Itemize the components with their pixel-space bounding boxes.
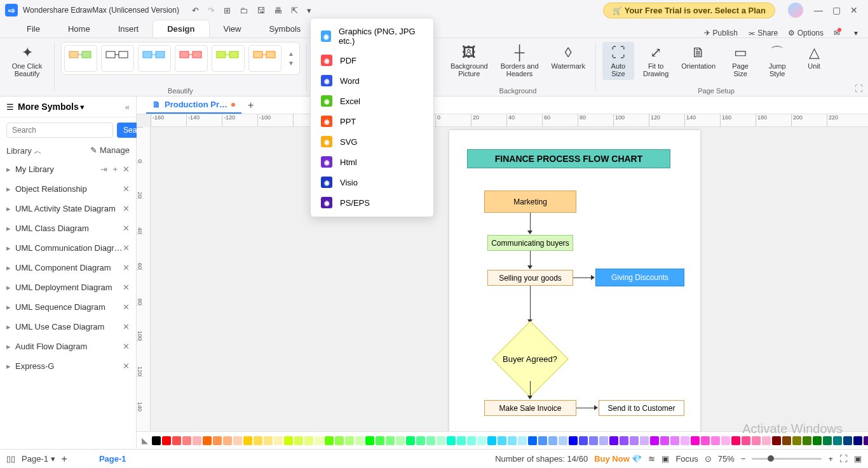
print-icon[interactable]: 🖶	[274, 6, 282, 15]
page-tab[interactable]: Page-1	[99, 454, 126, 464]
color-swatch[interactable]	[772, 436, 781, 445]
color-swatch[interactable]	[355, 436, 364, 445]
color-swatch[interactable]	[528, 436, 537, 445]
theme-thumb[interactable]	[101, 45, 134, 72]
node-invoice[interactable]: Make Sale Invoice	[484, 400, 576, 416]
tab-insert[interactable]: Insert	[104, 20, 153, 37]
library-item[interactable]: ▸UML Communication Diagr…✕	[0, 238, 136, 258]
close-icon[interactable]: ✕	[123, 204, 130, 213]
color-swatch[interactable]	[416, 436, 425, 445]
color-swatch[interactable]	[599, 436, 608, 445]
color-swatch[interactable]	[233, 436, 242, 445]
background-picture-button[interactable]: 🖼Background Picture	[447, 42, 492, 80]
color-swatch[interactable]	[609, 436, 618, 445]
color-swatch[interactable]	[406, 436, 415, 445]
library-item[interactable]: ▸UML Deployment Diagram✕	[0, 277, 136, 297]
buy-now-link[interactable]: Buy Now 💎	[594, 454, 642, 464]
color-swatch[interactable]	[284, 436, 293, 445]
color-swatch[interactable]	[721, 436, 730, 445]
outline-icon[interactable]: ▯▯	[6, 454, 15, 464]
color-swatch[interactable]	[630, 436, 639, 445]
close-icon[interactable]: ✕	[123, 263, 130, 272]
color-swatch[interactable]	[518, 436, 527, 445]
node-decision[interactable]: Buyer Agreed?	[492, 333, 568, 384]
color-swatch[interactable]	[487, 436, 496, 445]
node-selling[interactable]: Selling your goods	[487, 270, 573, 286]
close-icon[interactable]: ✕	[123, 302, 130, 312]
color-swatch[interactable]	[691, 436, 700, 445]
fullscreen-icon[interactable]: ⛶	[839, 454, 848, 464]
color-swatch[interactable]	[620, 436, 628, 445]
color-swatch[interactable]	[752, 436, 761, 445]
library-label[interactable]: Library ︿	[6, 145, 42, 157]
color-swatch[interactable]	[792, 436, 801, 445]
color-swatch[interactable]	[274, 436, 283, 445]
dropdown-icon[interactable]: ▾	[80, 102, 85, 112]
theme-thumb[interactable]	[248, 45, 281, 72]
import-icon[interactable]: ⇥	[100, 164, 107, 174]
color-swatch[interactable]	[579, 436, 588, 445]
publish-button[interactable]: ✈ Publish	[704, 29, 738, 37]
auto-size-button[interactable]: ⛶Auto Size	[602, 42, 634, 80]
theme-thumb[interactable]	[175, 45, 208, 72]
color-swatch[interactable]	[426, 436, 435, 445]
color-swatch[interactable]	[569, 436, 578, 445]
color-swatch[interactable]	[711, 436, 720, 445]
color-swatch[interactable]	[559, 436, 567, 445]
close-icon[interactable]: ✕	[123, 243, 130, 253]
close-icon[interactable]: ✕	[123, 283, 130, 292]
canvas[interactable]: FINANCE PROCESS FLOW CHART Marketing Com…	[151, 127, 868, 431]
page-size-button[interactable]: ▭Page Size	[724, 42, 756, 80]
color-swatch[interactable]	[813, 436, 822, 445]
close-icon[interactable]: ✕	[123, 164, 130, 174]
close-icon[interactable]: ✕	[123, 322, 130, 331]
watermark-button[interactable]: ◊Watermark	[548, 42, 589, 72]
library-item[interactable]: ▸UML Use Case Diagram✕	[0, 317, 136, 337]
color-swatch[interactable]	[365, 436, 374, 445]
color-swatch[interactable]	[264, 436, 273, 445]
node-communicating[interactable]: Communicating buyers	[487, 235, 573, 251]
color-swatch[interactable]	[498, 436, 506, 445]
add-icon[interactable]: +	[112, 164, 118, 174]
color-swatch[interactable]	[508, 436, 517, 445]
one-click-beautify-button[interactable]: ✦ One Click Beautify	[8, 42, 46, 80]
add-page-button[interactable]: +	[62, 453, 67, 465]
library-item[interactable]: ▸Object Relationship✕	[0, 179, 136, 199]
open-icon[interactable]: 🗀	[240, 6, 248, 15]
library-item[interactable]: ▸UML Component Diagram✕	[0, 258, 136, 277]
color-swatch[interactable]	[162, 436, 171, 445]
color-swatch[interactable]	[294, 436, 303, 445]
color-swatch[interactable]	[182, 436, 191, 445]
close-icon[interactable]: ✕	[123, 184, 130, 194]
maximize-button[interactable]: ▢	[827, 5, 845, 15]
page-selector[interactable]: Page-1 ▾	[22, 454, 55, 464]
user-avatar[interactable]	[788, 3, 803, 18]
color-swatch[interactable]	[762, 436, 771, 445]
color-swatch[interactable]	[447, 436, 456, 445]
node-marketing[interactable]: Marketing	[484, 191, 576, 213]
export-icon[interactable]: ⇱	[291, 6, 298, 15]
color-swatch[interactable]	[670, 436, 679, 445]
export-item[interactable]: ◉PPT	[311, 111, 433, 131]
color-swatch[interactable]	[853, 436, 862, 445]
color-swatch[interactable]	[152, 436, 161, 445]
color-swatch[interactable]	[823, 436, 832, 445]
color-swatch[interactable]	[640, 436, 649, 445]
fit-drawing-button[interactable]: ⤢Fit to Drawing	[639, 42, 672, 80]
tab-file[interactable]: File	[13, 20, 54, 37]
zoom-level[interactable]: 75%	[718, 454, 735, 464]
export-item[interactable]: ◉SVG	[311, 131, 433, 152]
theme-thumb[interactable]	[138, 45, 171, 72]
color-swatch[interactable]	[538, 436, 547, 445]
color-swatch[interactable]	[345, 436, 354, 445]
notifications-icon[interactable]: ✉	[834, 29, 844, 37]
color-swatch[interactable]	[467, 436, 476, 445]
color-swatch[interactable]	[315, 436, 323, 445]
library-item[interactable]: ▸Express-G✕	[0, 356, 136, 376]
zoom-out-button[interactable]: −	[741, 454, 746, 464]
zoom-in-button[interactable]: +	[828, 454, 833, 464]
minimize-button[interactable]: —	[810, 5, 827, 15]
gallery-down-icon[interactable]: ▼	[288, 60, 294, 67]
color-swatch[interactable]	[660, 436, 669, 445]
orientation-button[interactable]: 🗎Orientation	[677, 42, 719, 72]
